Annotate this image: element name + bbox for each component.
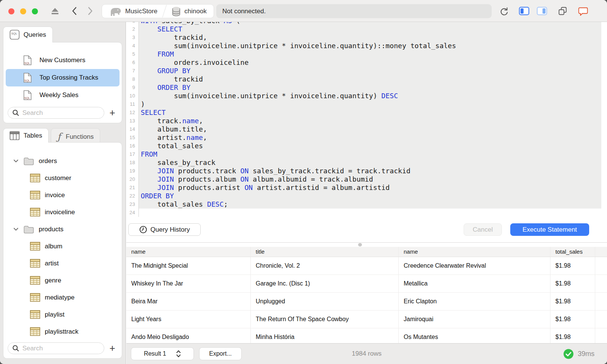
column-header[interactable] (595, 247, 607, 257)
chat-icon[interactable] (578, 7, 588, 16)
tree-item-album[interactable]: album (3, 238, 122, 255)
tree-item-customer[interactable]: customer (3, 169, 122, 187)
tree-item-products[interactable]: products (3, 221, 122, 238)
tab-queries[interactable]: SQL Queries (3, 27, 53, 42)
sidebar-left-icon[interactable] (519, 7, 529, 15)
add-table-button[interactable]: + (107, 342, 118, 354)
query-history-button[interactable]: Query History (128, 223, 201, 236)
query-item[interactable]: SQL New Customers (6, 52, 120, 69)
table-cell[interactable] (595, 328, 607, 343)
table-cell[interactable]: Minha História (251, 328, 399, 343)
results-header-row: nametitlenametotal_sales (126, 247, 607, 257)
query-item[interactable]: SQL Weekly Sales (6, 86, 120, 104)
forward-icon[interactable] (86, 6, 94, 16)
code-line: 8 trackid (126, 75, 607, 83)
code-line: 19 JOIN products.track ON sales_by_track… (126, 167, 607, 175)
results-splitter[interactable] (126, 242, 607, 247)
table-cell[interactable]: Creedence Clearwater Revival (399, 257, 550, 275)
breadcrumb-server[interactable]: MusicStore (102, 5, 164, 18)
code-line: 9 ORDER BY (126, 83, 607, 92)
line-number: 17 (126, 150, 139, 158)
table-cell[interactable]: Light Years (126, 311, 251, 328)
sidebar-right-icon[interactable] (537, 7, 547, 15)
table-cell[interactable]: $1.98 (550, 328, 595, 343)
table-cell[interactable] (595, 311, 607, 328)
column-header[interactable]: name (399, 247, 550, 257)
table-cell[interactable]: Unplugged (251, 293, 399, 310)
column-header[interactable]: title (251, 247, 399, 257)
tab-tables[interactable]: Tables (3, 128, 49, 143)
line-number: 14 (126, 125, 139, 133)
table-cell[interactable]: Jamiroquai (399, 311, 550, 328)
query-item-label: New Customers (39, 56, 85, 64)
tree-item-mediatype[interactable]: mediatype (3, 289, 122, 306)
table-row[interactable]: Light YearsThe Return Of The Space Cowbo… (126, 311, 607, 328)
queries-panel: SQL New Customers SQL Top Grossing Track… (3, 42, 122, 123)
table-cell[interactable]: Ando Meio Desligado (126, 328, 251, 343)
sql-box-icon: SQL (9, 30, 20, 40)
table-row[interactable]: The Midnight SpecialChronicle, Vol. 2Cre… (126, 257, 607, 275)
table-cell[interactable]: Chronicle, Vol. 2 (251, 257, 399, 275)
query-item[interactable]: SQL Top Grossing Tracks (6, 69, 120, 86)
table-cell[interactable]: The Midnight Special (126, 257, 251, 275)
table-cell[interactable]: The Return Of The Space Cowboy (251, 311, 399, 328)
search-icon (12, 109, 19, 116)
code-line: 2 SELECT (126, 25, 607, 33)
tables-search-input[interactable]: Search (8, 342, 104, 354)
back-icon[interactable] (71, 6, 79, 16)
table-cell[interactable]: Os Mutantes (399, 328, 550, 343)
results-body: The Midnight SpecialChronicle, Vol. 2Cre… (126, 257, 607, 343)
close-window-button[interactable] (8, 8, 14, 14)
main-area: 1WITH sales_by_track AS (2 SELECT3 track… (126, 22, 607, 364)
tree-item-playlisttrack[interactable]: playlisttrack (3, 323, 122, 340)
tree-item-invoice[interactable]: invoice (3, 187, 122, 204)
table-cell[interactable]: Metallica (399, 275, 550, 292)
column-header[interactable]: name (126, 247, 251, 257)
table-row[interactable]: Ando Meio DesligadoMinha HistóriaOs Muta… (126, 328, 607, 343)
code-line: 7 GROUP BY (126, 67, 607, 75)
add-query-button[interactable]: + (107, 107, 118, 119)
tree-item-artist[interactable]: artist (3, 255, 122, 272)
code-line: 15 artist.name, (126, 133, 607, 142)
queries-search-input[interactable]: Search (8, 107, 104, 119)
table-cell[interactable]: $1.98 (550, 293, 595, 310)
table-row[interactable]: Whiskey In The JarGarage Inc. (Disc 1)Me… (126, 275, 607, 293)
line-number: 13 (126, 117, 139, 125)
line-number: 22 (126, 192, 139, 200)
cancel-button[interactable]: Cancel (464, 223, 502, 236)
table-cell[interactable] (595, 275, 607, 292)
tree-item-playlist[interactable]: playlist (3, 306, 122, 323)
tree-item-orders[interactable]: orders (3, 152, 122, 169)
app-window: MusicStore chinook Not connected. (0, 0, 607, 364)
column-header[interactable]: total_sales (550, 247, 595, 257)
line-number: 8 (126, 75, 139, 83)
table-cell[interactable]: Garage Inc. (Disc 1) (251, 275, 399, 292)
breadcrumb-database[interactable]: chinook (165, 5, 214, 18)
code-line: 5 FROM (126, 50, 607, 58)
line-number: 3 (126, 33, 139, 42)
queries-search-placeholder: Search (22, 109, 43, 117)
execute-statement-button[interactable]: Execute Statement (510, 223, 589, 236)
table-cell[interactable]: Whiskey In The Jar (126, 275, 251, 292)
table-cell[interactable]: $1.98 (550, 257, 595, 275)
tree-item-genre[interactable]: genre (3, 272, 122, 289)
table-cell[interactable] (595, 257, 607, 275)
table-row[interactable]: Beira MarUnpluggedEric Clapton$1.98 (126, 293, 607, 311)
reload-icon[interactable] (499, 6, 509, 16)
table-cell[interactable]: Eric Clapton (399, 293, 550, 310)
minimize-window-button[interactable] (20, 8, 26, 14)
line-number: 23 (126, 200, 139, 209)
query-duration-label: 39ms (578, 350, 594, 358)
eject-icon[interactable] (50, 6, 60, 16)
code-line: 16 total_sales (126, 142, 607, 150)
tables-icon (9, 131, 20, 140)
table-cell[interactable]: Beira Mar (126, 293, 251, 310)
table-cell[interactable] (595, 293, 607, 310)
windows-icon[interactable] (558, 7, 567, 16)
table-cell[interactable]: $1.98 (550, 275, 595, 292)
tree-item-invoiceline[interactable]: invoiceline (3, 204, 122, 221)
splitter-handle[interactable] (358, 243, 362, 246)
sql-editor[interactable]: 1WITH sales_by_track AS (2 SELECT3 track… (126, 22, 607, 220)
table-cell[interactable]: $1.98 (550, 311, 595, 328)
zoom-window-button[interactable] (32, 8, 38, 14)
